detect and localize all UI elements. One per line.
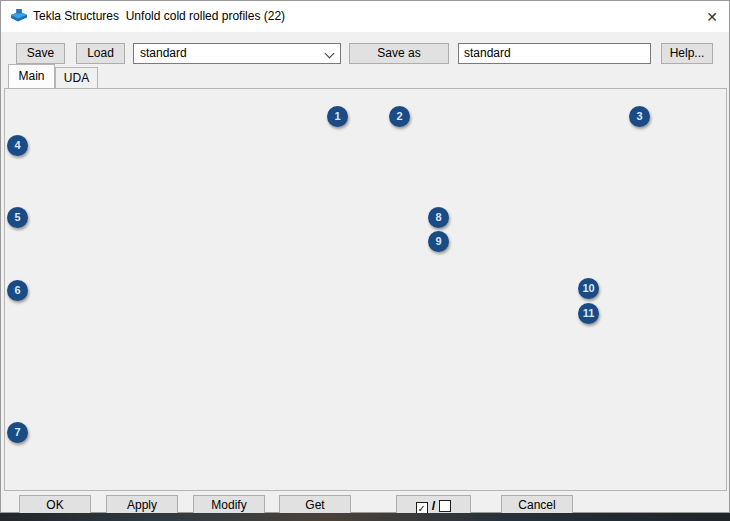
step-badge-10: 10 — [578, 278, 599, 299]
title-bar: Tekla Structures Unfold cold rolled prof… — [1, 1, 729, 32]
step-badge-4: 4 — [7, 135, 28, 156]
step-badge-8: 8 — [428, 207, 449, 228]
save-button[interactable]: Save — [16, 43, 65, 64]
unchecked-box-icon — [439, 500, 451, 512]
step-badge-11: 11 — [578, 303, 599, 324]
load-button[interactable]: Load — [76, 43, 125, 64]
unfold-dialog-window: Tekla Structures Unfold cold rolled prof… — [0, 0, 730, 521]
tekla-icon — [10, 8, 28, 25]
step-badge-9: 9 — [428, 231, 449, 252]
step-badge-1: 1 — [327, 106, 348, 127]
step-badge-7: 7 — [7, 422, 28, 443]
preset-select[interactable]: standard — [133, 43, 341, 64]
main-tab-panel — [4, 88, 727, 491]
tab-main[interactable]: Main — [8, 64, 55, 88]
save-as-button[interactable]: Save as — [349, 43, 449, 64]
preset-value: standard — [140, 46, 187, 60]
save-as-input[interactable]: standard — [458, 43, 651, 64]
help-button[interactable]: Help... — [661, 43, 713, 64]
step-badge-5: 5 — [7, 207, 28, 228]
background-app-strip — [0, 513, 730, 521]
window-title: Tekla Structures Unfold cold rolled prof… — [33, 9, 285, 23]
step-badge-3: 3 — [629, 106, 650, 127]
close-icon[interactable]: ✕ — [699, 5, 725, 29]
chevron-down-icon — [325, 49, 335, 59]
tab-uda[interactable]: UDA — [55, 67, 98, 88]
slash-separator: / — [432, 498, 436, 513]
step-badge-6: 6 — [7, 280, 28, 301]
dialog-surface: Tekla Structures Unfold cold rolled prof… — [0, 0, 730, 513]
step-badge-2: 2 — [389, 106, 410, 127]
